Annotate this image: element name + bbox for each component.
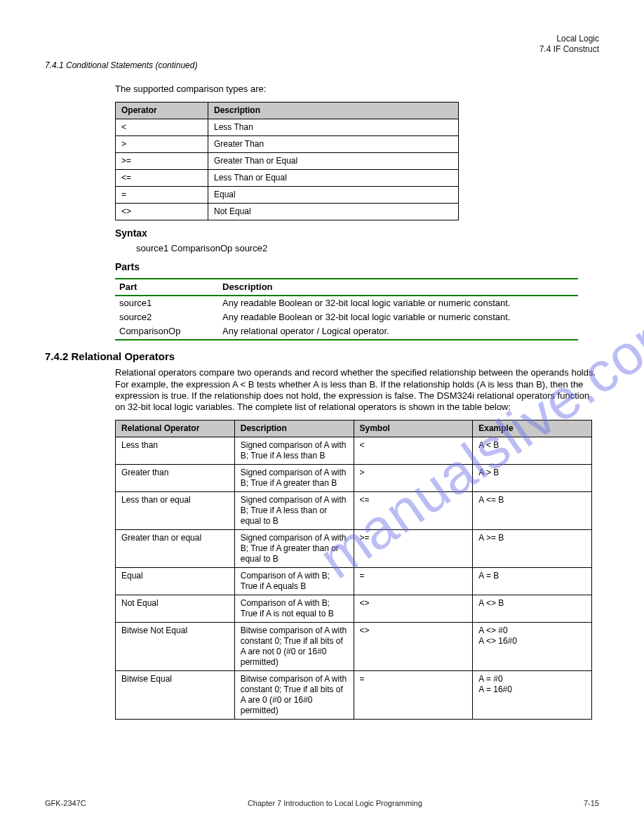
cell: Signed comparison of A with B; True if A… bbox=[234, 492, 354, 530]
cell: = bbox=[116, 187, 208, 204]
table-row: <>Not Equal bbox=[116, 204, 459, 220]
cell: >= bbox=[116, 153, 208, 170]
syntax-line: source1 ComparisonOp source2 bbox=[136, 243, 599, 254]
cell: <= bbox=[354, 492, 473, 530]
parts-table: Part Description source1Any readable Boo… bbox=[115, 278, 578, 340]
table-header-row: Operator Description bbox=[116, 102, 459, 119]
table-row: >Greater Than bbox=[116, 136, 459, 153]
cell: Bitwise Equal bbox=[116, 671, 235, 720]
table-header-row: Part Description bbox=[115, 279, 578, 296]
document-page: Local Logic 7.4 IF Construct 7.4.1 Condi… bbox=[0, 0, 644, 749]
cell: <> bbox=[116, 204, 208, 220]
cell: Less than or equal bbox=[116, 492, 235, 530]
cell: Any readable Boolean or 32-bit local log… bbox=[218, 296, 578, 310]
table-row: >=Greater Than or Equal bbox=[116, 153, 459, 170]
cell: Not Equal bbox=[208, 204, 459, 220]
cell: = bbox=[354, 568, 473, 595]
table-row: EqualComparison of A with B; True if A e… bbox=[116, 568, 592, 595]
cell: Greater than bbox=[116, 465, 235, 492]
cell: Signed comparison of A with B; True if A… bbox=[234, 530, 354, 568]
cell: <> bbox=[354, 595, 473, 623]
table-row: Bitwise Not EqualBitwise comparison of A… bbox=[116, 623, 592, 671]
table-row: Not EqualComparison of A with B; True if… bbox=[116, 595, 592, 623]
table-row: source1Any readable Boolean or 32-bit lo… bbox=[115, 296, 578, 310]
cell: = bbox=[354, 671, 473, 720]
cell: source1 bbox=[115, 296, 218, 310]
cell: Any relational operator / Logical operat… bbox=[218, 324, 578, 339]
cell: A < B bbox=[473, 437, 592, 465]
comparison-intro: The supported comparison types are: bbox=[115, 84, 599, 95]
cell: Greater than or equal bbox=[116, 530, 235, 568]
table-header-row: Relational Operator Description Symbol E… bbox=[116, 421, 592, 437]
cell: Signed comparison of A with B; True if A… bbox=[234, 465, 354, 492]
header-right-line2: 7.4 IF Construct bbox=[45, 44, 599, 55]
cell: A >= B bbox=[473, 530, 592, 568]
cell: ComparisonOp bbox=[115, 324, 218, 339]
table-row: =Equal bbox=[116, 187, 459, 204]
cell: < bbox=[354, 437, 473, 465]
cell: Less Than or Equal bbox=[208, 170, 459, 187]
cell: source2 bbox=[115, 310, 218, 324]
cell: Less Than bbox=[208, 119, 459, 136]
col-rel-desc: Description bbox=[234, 421, 354, 437]
relational-intro: Relational operators compare two operand… bbox=[115, 367, 599, 413]
cell: > bbox=[354, 465, 473, 492]
cell: Comparison of A with B; True if A is not… bbox=[234, 595, 354, 623]
table-row: source2Any readable Boolean or 32-bit lo… bbox=[115, 310, 578, 324]
header-right-line1: Local Logic bbox=[45, 34, 599, 44]
relational-heading: 7.4.2 Relational Operators bbox=[45, 350, 599, 364]
col-rel-op: Relational Operator bbox=[116, 421, 235, 437]
cell: A = #0 A = 16#0 bbox=[473, 671, 592, 720]
page-footer: GFK-2347C Chapter 7 Introduction to Loca… bbox=[45, 799, 599, 809]
syntax-heading: Syntax bbox=[115, 227, 599, 240]
cell: Bitwise comparison of A with constant 0;… bbox=[234, 671, 354, 720]
table-row: Greater than or equalSigned comparison o… bbox=[116, 530, 592, 568]
table-row: <=Less Than or Equal bbox=[116, 170, 459, 187]
col-description: Description bbox=[218, 279, 578, 296]
cell: Greater Than bbox=[208, 136, 459, 153]
table-row: ComparisonOpAny relational operator / Lo… bbox=[115, 324, 578, 339]
col-rel-symbol: Symbol bbox=[354, 421, 473, 437]
relational-table: Relational Operator Description Symbol E… bbox=[115, 420, 592, 720]
col-rel-example: Example bbox=[473, 421, 592, 437]
table-row: Less than or equalSigned comparison of A… bbox=[116, 492, 592, 530]
cell: Equal bbox=[116, 568, 235, 595]
cell: A = B bbox=[473, 568, 592, 595]
table-row: <Less Than bbox=[116, 119, 459, 136]
table-row: Greater thanSigned comparison of A with … bbox=[116, 465, 592, 492]
footer-left: GFK-2347C bbox=[45, 799, 86, 809]
cell: Signed comparison of A with B; True if A… bbox=[234, 437, 354, 465]
table-row: Bitwise EqualBitwise comparison of A wit… bbox=[116, 671, 592, 720]
col-description: Description bbox=[208, 102, 459, 119]
footer-center: Chapter 7 Introduction to Local Logic Pr… bbox=[248, 799, 422, 809]
cell: <> bbox=[354, 623, 473, 671]
cell: Comparison of A with B; True if A equals… bbox=[234, 568, 354, 595]
cell: >= bbox=[354, 530, 473, 568]
comparison-table: Operator Description <Less Than >Greater… bbox=[115, 102, 459, 220]
parts-heading: Parts bbox=[115, 261, 599, 274]
cell: <= bbox=[116, 170, 208, 187]
cell: Bitwise comparison of A with constant 0;… bbox=[234, 623, 354, 671]
cell: > bbox=[116, 136, 208, 153]
cell: < bbox=[116, 119, 208, 136]
cell: A <> B bbox=[473, 595, 592, 623]
col-part: Part bbox=[115, 279, 218, 296]
cell: Less than bbox=[116, 437, 235, 465]
cell: Not Equal bbox=[116, 595, 235, 623]
col-operator: Operator bbox=[116, 102, 208, 119]
cell: Greater Than or Equal bbox=[208, 153, 459, 170]
cell: A > B bbox=[473, 465, 592, 492]
header-left: 7.4.1 Conditional Statements (continued) bbox=[45, 60, 599, 71]
header-right: Local Logic 7.4 IF Construct bbox=[45, 34, 599, 55]
footer-right: 7-15 bbox=[584, 799, 599, 809]
cell: A <= B bbox=[473, 492, 592, 530]
cell: Any readable Boolean or 32-bit local log… bbox=[218, 310, 578, 324]
cell: Bitwise Not Equal bbox=[116, 623, 235, 671]
cell: Equal bbox=[208, 187, 459, 204]
table-row: Less thanSigned comparison of A with B; … bbox=[116, 437, 592, 465]
cell: A <> #0 A <> 16#0 bbox=[473, 623, 592, 671]
